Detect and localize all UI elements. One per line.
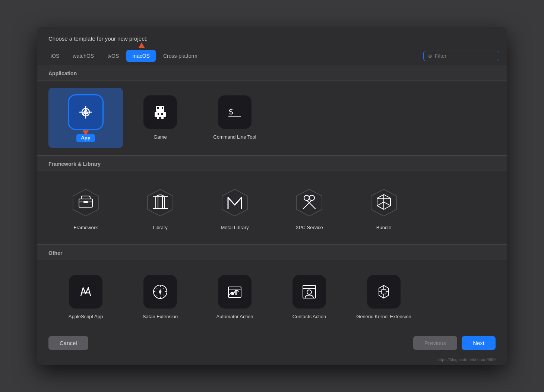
commandline-label: Command Line Tool bbox=[213, 134, 256, 140]
framework-label: Framework bbox=[73, 225, 98, 231]
svg-rect-9 bbox=[161, 117, 164, 119]
safari-icon-wrapper bbox=[143, 275, 177, 309]
filter-icon: ⊜ bbox=[428, 53, 432, 59]
contacts-label: Contacts Action bbox=[292, 314, 326, 320]
svg-point-4 bbox=[85, 111, 86, 113]
svg-rect-11 bbox=[162, 107, 163, 109]
svg-rect-59 bbox=[374, 282, 394, 302]
section-application: Application bbox=[37, 65, 507, 80]
svg-rect-54 bbox=[235, 291, 237, 295]
template-library[interactable]: Library bbox=[123, 178, 197, 237]
macos-arrow-indicator bbox=[139, 42, 145, 48]
tab-watchos[interactable]: watchOS bbox=[67, 50, 100, 62]
safari-label: Safari Extension bbox=[143, 314, 178, 320]
bundle-icon-wrapper bbox=[367, 186, 401, 219]
app-icon-wrapper bbox=[69, 95, 102, 129]
template-app[interactable]: App bbox=[48, 88, 123, 148]
framework-grid: Framework bbox=[37, 171, 507, 245]
safari-icon bbox=[150, 282, 170, 302]
tab-macos[interactable]: macOS bbox=[126, 50, 156, 62]
watermark: https://blog.csdn.net/shuan9999 bbox=[37, 356, 507, 365]
cancel-button[interactable]: Cancel bbox=[48, 336, 88, 350]
svg-rect-35 bbox=[76, 282, 96, 302]
template-kernel[interactable]: Generic Kernel Extension bbox=[347, 268, 421, 326]
dialog-title: Choose a template for your new project: bbox=[37, 27, 507, 47]
project-template-dialog: Choose a template for your new project: … bbox=[37, 27, 507, 365]
library-icon-wrapper bbox=[143, 186, 177, 219]
app-icon bbox=[76, 102, 96, 122]
kernel-label: Generic Kernel Extension bbox=[356, 314, 411, 320]
automator-label: Automator Action bbox=[216, 314, 253, 320]
library-label: Library bbox=[153, 225, 168, 231]
app-selected-arrow bbox=[83, 130, 89, 136]
automator-icon-wrapper bbox=[218, 275, 252, 309]
tab-bar: iOS watchOS tvOS macOS Cross-platform ⊜ bbox=[37, 47, 507, 65]
other-grid: AppleScript App bbox=[37, 260, 507, 330]
game-icon-wrapper bbox=[143, 95, 177, 129]
terminal-icon: $_ bbox=[225, 102, 245, 122]
bundle-label: Bundle bbox=[376, 225, 391, 231]
filter-box: ⊜ bbox=[423, 51, 499, 61]
template-bundle[interactable]: Bundle bbox=[347, 178, 421, 237]
tab-cross-platform[interactable]: Cross-platform bbox=[157, 50, 203, 62]
svg-rect-8 bbox=[157, 117, 159, 119]
previous-button[interactable]: Previous bbox=[413, 336, 457, 350]
svg-rect-7 bbox=[155, 112, 166, 117]
filter-input[interactable] bbox=[435, 53, 494, 59]
template-framework[interactable]: Framework bbox=[48, 178, 123, 237]
xpc-icon-wrapper bbox=[292, 186, 326, 219]
xpc-label: XPC Service bbox=[295, 225, 323, 231]
automator-icon bbox=[225, 282, 245, 302]
application-grid: App bbox=[37, 80, 507, 156]
kernel-icon bbox=[374, 282, 394, 302]
template-xpc[interactable]: XPC Service bbox=[272, 178, 347, 237]
content-area: Application bbox=[37, 65, 507, 330]
footer-right: Previous Next bbox=[413, 336, 496, 350]
contacts-icon-wrapper bbox=[292, 275, 326, 309]
svg-text:$_: $_ bbox=[228, 107, 238, 116]
library-icon bbox=[145, 188, 175, 218]
applescript-label: AppleScript App bbox=[69, 314, 103, 320]
template-commandline[interactable]: $_ Command Line Tool bbox=[197, 88, 272, 148]
svg-rect-55 bbox=[299, 282, 319, 302]
template-metal[interactable]: Metal Library bbox=[197, 178, 272, 237]
metal-icon bbox=[220, 188, 250, 218]
game-label: Game bbox=[154, 134, 167, 140]
tab-ios[interactable]: iOS bbox=[45, 50, 65, 62]
template-automator[interactable]: Automator Action bbox=[197, 268, 272, 326]
metal-icon-wrapper bbox=[218, 186, 252, 219]
template-applescript[interactable]: AppleScript App bbox=[48, 268, 123, 326]
commandline-icon-wrapper: $_ bbox=[218, 95, 252, 129]
contacts-icon bbox=[299, 282, 319, 302]
kernel-icon-wrapper bbox=[367, 275, 401, 309]
svg-marker-21 bbox=[148, 189, 173, 216]
tab-tvos[interactable]: tvOS bbox=[101, 50, 125, 62]
template-game[interactable]: Game bbox=[123, 88, 197, 148]
framework-icon bbox=[71, 188, 101, 218]
applescript-icon-wrapper bbox=[69, 275, 102, 309]
template-contacts[interactable]: Contacts Action bbox=[272, 268, 347, 326]
svg-rect-10 bbox=[157, 107, 159, 109]
section-other: Other bbox=[37, 245, 507, 260]
xpc-icon bbox=[294, 188, 324, 218]
applescript-icon bbox=[76, 282, 96, 302]
footer: Cancel Previous Next bbox=[37, 330, 507, 356]
svg-marker-22 bbox=[222, 189, 247, 216]
next-button[interactable]: Next bbox=[462, 336, 496, 350]
svg-rect-12 bbox=[158, 113, 159, 115]
section-framework: Framework & Library bbox=[37, 156, 507, 171]
game-icon bbox=[150, 102, 170, 122]
svg-rect-13 bbox=[161, 113, 163, 115]
template-safari[interactable]: Safari Extension bbox=[123, 268, 197, 326]
metal-label: Metal Library bbox=[221, 225, 249, 231]
bundle-icon bbox=[369, 188, 399, 218]
framework-icon-wrapper bbox=[69, 186, 102, 219]
svg-rect-20 bbox=[83, 201, 88, 203]
